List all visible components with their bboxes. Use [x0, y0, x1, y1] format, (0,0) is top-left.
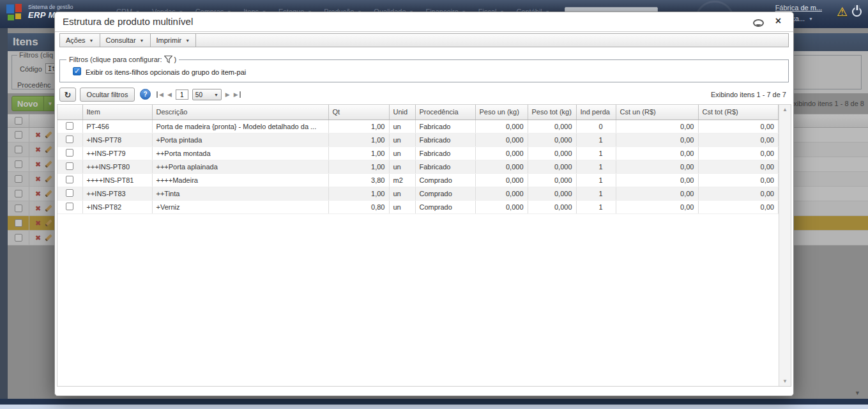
- cell: ++Porta montada: [152, 146, 328, 160]
- page-size-select[interactable]: 50 ▼: [192, 89, 222, 100]
- cell: +INS-PT82: [82, 200, 152, 213]
- cell: 0,80: [328, 200, 389, 213]
- refresh-button[interactable]: ↻: [59, 88, 76, 102]
- cell: 1: [576, 160, 616, 173]
- column-header[interactable]: Procedência: [415, 105, 475, 120]
- menu-acoes[interactable]: Ações ▼: [60, 34, 100, 47]
- help-icon[interactable]: ?: [140, 89, 151, 100]
- column-header[interactable]: Ind perda: [576, 105, 616, 120]
- modal-toolbar: ↻ Ocultar filtros ? ◀ ◀ 50 ▼ ▶ ▶ Exibind…: [59, 88, 789, 103]
- cell: 0,00: [698, 160, 779, 173]
- paging-status: Exibindo itens 1 - 7 de 7: [711, 91, 786, 98]
- scroll-down-icon[interactable]: ▼: [779, 378, 791, 384]
- first-page-icon[interactable]: ◀: [156, 91, 164, 98]
- menu-label: Consultar: [106, 36, 136, 44]
- page-number-input[interactable]: [176, 89, 188, 100]
- row-checkbox[interactable]: [66, 135, 73, 143]
- scroll-up-icon[interactable]: ▲: [779, 107, 791, 112]
- modal-title: Estrutura de produto multinível: [63, 16, 193, 27]
- cell: Comprado: [415, 200, 475, 213]
- cell: 1,00: [328, 187, 389, 200]
- hide-filters-label: Ocultar filtros: [87, 91, 128, 98]
- cell: 0,00: [698, 187, 779, 200]
- cell: +++Porta aplainada: [152, 160, 328, 173]
- cell: 0,00: [616, 187, 698, 200]
- checkbox-label: Exibir os itens-filhos opcionais do grup…: [86, 68, 246, 76]
- cell: 1,00: [328, 120, 389, 133]
- cell: 1: [576, 187, 616, 200]
- close-icon[interactable]: ×: [775, 15, 781, 27]
- column-header[interactable]: Item: [82, 105, 152, 120]
- chevron-down-icon: ▼: [185, 38, 190, 43]
- column-header[interactable]: Cst un (R$): [616, 105, 698, 120]
- hide-filters-button[interactable]: Ocultar filtros: [80, 88, 135, 102]
- cell: 0,00: [616, 146, 698, 160]
- refresh-icon: ↻: [65, 90, 72, 100]
- cell: 0,00: [698, 173, 779, 187]
- modal-filters-legend: Filtros (clique para configurar: ): [66, 56, 179, 63]
- cell: 0,00: [698, 133, 779, 146]
- cell: 0,00: [616, 160, 698, 173]
- modal-menubar: Ações ▼ Consultar ▼ Imprimir ▼: [59, 33, 789, 47]
- row-checkbox[interactable]: [66, 122, 73, 130]
- table-row[interactable]: +INS-PT78+Porta pintada1,00unFabricado0,…: [57, 133, 779, 146]
- column-header[interactable]: Unid: [389, 105, 415, 120]
- table-row[interactable]: ++INS-PT83++Tinta1,00unComprado0,0000,00…: [57, 187, 779, 200]
- cell: 1: [576, 133, 616, 146]
- structure-grid: ItemDescriçãoQtUnidProcedênciaPeso un (k…: [57, 104, 791, 387]
- cell: un: [389, 133, 415, 146]
- cell: Comprado: [415, 187, 475, 200]
- row-checkbox[interactable]: [66, 189, 73, 197]
- row-checkbox[interactable]: [66, 149, 73, 157]
- cell: un: [389, 160, 415, 173]
- filter-icon[interactable]: [164, 56, 172, 63]
- cell: 0,000: [475, 146, 528, 160]
- menu-consultar[interactable]: Consultar ▼: [100, 34, 151, 47]
- cell: 0,000: [528, 120, 576, 133]
- menu-label: Imprimir: [156, 36, 182, 44]
- pagination: ◀ ◀ 50 ▼ ▶ ▶: [156, 89, 241, 100]
- cell: Fabricado: [415, 120, 475, 133]
- cell: Fabricado: [415, 133, 475, 146]
- prev-page-icon[interactable]: ◀: [167, 91, 172, 98]
- comment-bubble-icon[interactable]: [753, 19, 764, 27]
- cell: 0,000: [475, 173, 528, 187]
- table-row[interactable]: ++INS-PT79++Porta montada1,00unFabricado…: [57, 146, 779, 160]
- column-header[interactable]: Peso un (kg): [475, 105, 528, 120]
- grid-header-row: ItemDescriçãoQtUnidProcedênciaPeso un (k…: [57, 105, 779, 120]
- cell: 0,000: [528, 133, 576, 146]
- cell: 1: [576, 200, 616, 213]
- table-row[interactable]: +INS-PT82+Verniz0,80unComprado0,0000,000…: [57, 200, 779, 213]
- cell: un: [389, 187, 415, 200]
- page-size-value: 50: [195, 91, 202, 98]
- product-structure-modal: Estrutura de produto multinível × Ações …: [54, 12, 794, 396]
- column-header[interactable]: Peso tot (kg): [528, 105, 576, 120]
- row-checkbox[interactable]: [66, 203, 73, 210]
- column-header[interactable]: Cst tot (R$): [698, 105, 779, 120]
- table-row[interactable]: PT-456Porta de madeira {pronta} - Modelo…: [57, 120, 779, 133]
- cell: 0,00: [698, 200, 779, 213]
- row-checkbox[interactable]: [66, 162, 73, 170]
- table-row[interactable]: ++++INS-PT81++++Madeira3,80m2Comprado0,0…: [57, 173, 779, 187]
- grid-scrollbar[interactable]: ▲ ▼: [779, 105, 791, 386]
- power-icon[interactable]: [852, 7, 862, 17]
- row-checkbox[interactable]: [66, 176, 73, 183]
- last-page-icon[interactable]: ▶: [234, 91, 241, 98]
- cell: 3,80: [328, 173, 389, 187]
- company-link[interactable]: Fábrica de m...: [775, 4, 822, 12]
- cell: ++++Madeira: [152, 173, 328, 187]
- menu-imprimir[interactable]: Imprimir ▼: [151, 34, 197, 47]
- show-optional-children-checkbox[interactable]: [73, 67, 81, 75]
- table-row[interactable]: +++INS-PT80+++Porta aplainada1,00unFabri…: [57, 160, 779, 173]
- cell: +INS-PT78: [82, 133, 152, 146]
- column-header[interactable]: Descrição: [152, 105, 328, 120]
- cell: 1,00: [328, 146, 389, 160]
- cell: 0,000: [475, 160, 528, 173]
- cell: PT-456: [82, 120, 152, 133]
- warning-icon[interactable]: ⚠: [837, 4, 848, 19]
- legend-text: Filtros (clique para configurar:: [69, 56, 162, 63]
- window-bottom-strip: [0, 405, 868, 409]
- column-header[interactable]: Qt: [328, 105, 389, 120]
- cell: 0: [576, 120, 616, 133]
- next-page-icon[interactable]: ▶: [225, 91, 230, 98]
